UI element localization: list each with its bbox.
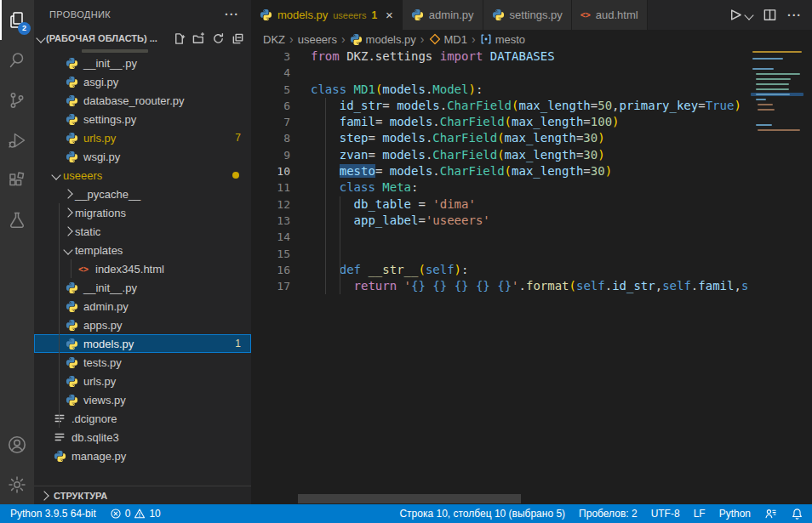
vscode-window: 2 ПРОВОДНИК ··· (РАБОЧАЯ ОБЛАСТЬ) ... __… xyxy=(0,0,812,523)
tree-item-.dcignore[interactable]: .dcignore xyxy=(34,409,251,428)
tree-item-label: manage.py xyxy=(71,450,126,463)
split-editor-icon[interactable] xyxy=(763,8,777,22)
status-encoding[interactable]: UTF-8 xyxy=(651,508,680,520)
tree-item-db.sqlite3[interactable]: db.sqlite3 xyxy=(34,428,251,446)
problems-dot-badge xyxy=(232,172,239,179)
new-folder-icon[interactable] xyxy=(192,32,205,45)
activity-item-explorer[interactable]: 2 xyxy=(0,0,34,40)
activity-badge: 2 xyxy=(18,22,31,35)
code-line-8: 8 step= models.CharField(max_length=30) xyxy=(251,130,812,146)
tree-item-manage.py[interactable]: manage.py xyxy=(34,446,251,465)
tab-problems-badge: 1 xyxy=(371,9,377,21)
clipped-tree-item[interactable] xyxy=(34,48,251,54)
activity-item-run-and-debug[interactable] xyxy=(0,120,34,160)
code-line-6: 6 id_str= models.CharField(max_length=50… xyxy=(251,98,812,114)
chevron-right-icon xyxy=(63,226,72,236)
breadcrumb-item-mesto[interactable]: mesto xyxy=(480,33,525,46)
code-line-10: 10 mesto= models.CharField(max_length=30… xyxy=(251,163,812,179)
workspace-section-header[interactable]: (РАБОЧАЯ ОБЛАСТЬ) ... xyxy=(34,29,251,48)
code-line-3: 3from DKZ.settings import DATABASES xyxy=(251,48,812,65)
breadcrumb-item-dkz[interactable]: DKZ xyxy=(263,33,285,46)
status-tweet-feedback[interactable] xyxy=(764,508,777,520)
problems-badge: 7 xyxy=(235,132,241,144)
status-indentation[interactable]: Пробелов: 2 xyxy=(579,508,638,520)
python-icon xyxy=(65,281,78,294)
tree-item-database_roouter.py[interactable]: database_roouter.py xyxy=(34,91,251,110)
tree-item-models.py[interactable]: models.py1 xyxy=(34,334,251,353)
tree-item-asgi.py[interactable]: asgi.py xyxy=(34,72,251,91)
line-number: 11 xyxy=(251,179,290,196)
breadcrumb-item-useeers[interactable]: useeers xyxy=(298,33,337,46)
minimap[interactable] xyxy=(747,48,812,504)
tree-item-admin.py[interactable]: admin.py xyxy=(34,297,251,316)
chevron-right-icon xyxy=(63,207,72,217)
tree-item-urls.py[interactable]: urls.py xyxy=(34,372,251,390)
tab-label: admin.py xyxy=(429,9,474,21)
python-icon xyxy=(65,132,78,145)
python-icon xyxy=(411,9,424,21)
tree-item-apps.py[interactable]: apps.py xyxy=(34,316,251,334)
tree-item-settings.py[interactable]: settings.py xyxy=(34,110,251,128)
tree-item-static[interactable]: static xyxy=(34,222,251,241)
tree-item-views.py[interactable]: views.py xyxy=(34,390,251,409)
tree-item-__init__.py[interactable]: __init__.py xyxy=(34,278,251,297)
activity-bar: 2 xyxy=(0,0,34,504)
workspace-label: (РАБОЧАЯ ОБЛАСТЬ) ... xyxy=(46,33,157,43)
tab-settings.py[interactable]: settings.py xyxy=(483,0,572,30)
status-notifications[interactable] xyxy=(791,508,803,520)
outline-section-header[interactable]: СТРУКТУРА xyxy=(34,486,251,504)
python-icon xyxy=(53,450,66,463)
activity-item-source-control[interactable] xyxy=(0,80,34,120)
status-cursor-position[interactable]: Строка 10, столбец 10 (выбрано 5) xyxy=(399,508,565,520)
line-number: 3 xyxy=(251,48,290,65)
file-icon xyxy=(53,412,66,424)
breadcrumb-item-models.py[interactable]: models.py xyxy=(350,33,416,46)
refresh-icon[interactable] xyxy=(212,32,225,45)
tree-item-index345.html[interactable]: <>index345.html xyxy=(34,259,251,278)
tab-aud.html[interactable]: <>aud.html xyxy=(572,0,648,30)
tree-item-migrations[interactable]: migrations xyxy=(34,203,251,222)
status-language-mode[interactable]: Python xyxy=(719,508,751,520)
activity-item-extensions[interactable] xyxy=(0,160,34,200)
status-eol[interactable]: LF xyxy=(694,508,706,520)
run-icon[interactable] xyxy=(728,8,742,22)
tree-item-label: db.sqlite3 xyxy=(71,431,119,444)
status-python-interpreter[interactable]: Python 3.9.5 64-bit xyxy=(10,508,96,520)
sidebar-title: ПРОВОДНИК xyxy=(49,9,111,20)
line-number: 5 xyxy=(251,82,290,98)
close-icon[interactable]: × xyxy=(386,9,393,21)
status-bar: Python 3.9.5 64-bit010 Строка 10, столбе… xyxy=(0,504,812,523)
new-file-icon[interactable] xyxy=(173,32,186,45)
tree-item-__init__.py[interactable]: __init__.py xyxy=(34,54,251,72)
more-actions-icon[interactable]: ··· xyxy=(787,9,802,22)
breadcrumb-item-md1[interactable]: MD1 xyxy=(429,33,467,46)
activity-item-search[interactable] xyxy=(0,40,34,80)
chevron-down-icon xyxy=(36,33,45,43)
html-file-icon: <> xyxy=(580,10,591,20)
tab-admin.py[interactable]: admin.py xyxy=(403,0,483,30)
activity-item-testing[interactable] xyxy=(0,200,34,240)
more-actions-icon[interactable]: ··· xyxy=(225,8,239,21)
tree-item-label: database_roouter.py xyxy=(83,94,185,107)
breadcrumb-label: useeers xyxy=(298,33,337,46)
tree-item-useeers[interactable]: useeers xyxy=(34,166,251,185)
run-dropdown-icon[interactable] xyxy=(744,10,753,20)
line-number: 7 xyxy=(251,114,290,130)
tree-item-urls.py[interactable]: urls.py7 xyxy=(34,128,251,147)
tree-item-tests.py[interactable]: tests.py xyxy=(34,353,251,372)
activity-item-settings[interactable] xyxy=(0,464,34,504)
tab-models.py[interactable]: models.pyuseeers1× xyxy=(251,0,403,30)
warning-count: 10 xyxy=(149,508,160,520)
status-problems[interactable]: 010 xyxy=(110,508,161,520)
breadcrumb-separator-icon: › xyxy=(341,32,346,46)
minimap-line xyxy=(756,99,766,100)
breadcrumb-separator-icon: › xyxy=(289,32,294,46)
tree-item-__pycache__[interactable]: __pycache__ xyxy=(34,185,251,203)
tree-item-wsgi.py[interactable]: wsgi.py xyxy=(34,147,251,166)
collapse-all-icon[interactable] xyxy=(232,32,244,45)
tree-item-templates[interactable]: templates xyxy=(34,241,251,259)
code-editor[interactable]: 3from DKZ.settings import DATABASES45cla… xyxy=(251,48,812,504)
horizontal-scrollbar[interactable] xyxy=(298,494,521,503)
tree-item-label: useeers xyxy=(63,169,102,182)
activity-item-accounts[interactable] xyxy=(0,424,34,464)
